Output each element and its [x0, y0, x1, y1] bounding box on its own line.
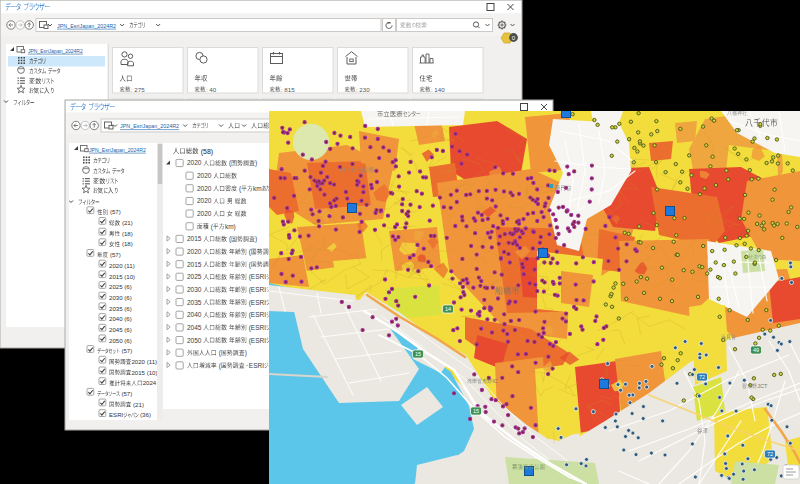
svg-text:(6): (6) [123, 305, 132, 312]
svg-text:): ) [255, 159, 257, 167]
svg-text:(ESRI: (ESRI [247, 324, 266, 332]
svg-text:): ) [255, 235, 257, 243]
svg-text:): ) [245, 349, 247, 357]
svg-text:(ESRI: (ESRI [247, 337, 266, 345]
svg-text:(21): (21) [120, 219, 133, 226]
svg-text:(6): (6) [123, 294, 132, 301]
svg-text:(ESRI: (ESRI [247, 299, 266, 307]
svg-text:(36): (36) [138, 411, 151, 418]
svg-text:: 40: : 40 [206, 86, 217, 93]
svg-text:2050: 2050 [187, 337, 203, 344]
svg-text:2045: 2045 [109, 326, 123, 333]
svg-text:2030: 2030 [109, 294, 123, 301]
svg-text:(18): (18) [120, 230, 133, 237]
svg-text:2020: 2020 [187, 248, 203, 255]
svg-text:(57): (57) [108, 251, 121, 258]
svg-text:(ESRI: (ESRI [247, 311, 266, 319]
svg-text:49: 49 [753, 347, 759, 353]
svg-text:(11): (11) [123, 262, 135, 269]
svg-text:: 815: : 815 [281, 86, 295, 93]
svg-text:(ESRI: (ESRI [247, 286, 266, 294]
svg-text:2025: 2025 [109, 283, 123, 290]
svg-text:72: 72 [699, 374, 705, 380]
svg-text:2020: 2020 [197, 185, 213, 192]
svg-text:2024: 2024 [143, 379, 157, 386]
svg-text:2020: 2020 [187, 159, 203, 166]
svg-text:(6): (6) [123, 326, 132, 333]
svg-text:2020: 2020 [109, 262, 123, 269]
svg-text:(21): (21) [131, 401, 144, 408]
svg-text:2015: 2015 [109, 273, 123, 280]
svg-text:(ESRI: (ESRI [247, 273, 266, 281]
svg-text:(6): (6) [123, 283, 132, 290]
svg-text:2020: 2020 [131, 358, 145, 365]
svg-text:2015: 2015 [131, 369, 145, 376]
svg-text:2020: 2020 [197, 197, 213, 204]
svg-text:2020: 2020 [197, 172, 213, 179]
svg-text:72: 72 [767, 451, 773, 457]
svg-text:2035: 2035 [109, 305, 123, 312]
svg-text:km): km) [225, 223, 236, 231]
svg-text:2025: 2025 [187, 273, 203, 280]
svg-text:(18): (18) [120, 240, 133, 247]
svg-text:(6): (6) [123, 337, 132, 344]
svg-text:(58): (58) [199, 148, 213, 156]
svg-text:2040: 2040 [187, 311, 203, 318]
svg-text:15: 15 [473, 408, 479, 414]
svg-text:JCT: JCT [757, 383, 768, 389]
svg-text:JPN_EsriJapan_2024R2: JPN_EsriJapan_2024R2 [57, 23, 116, 29]
svg-text:2040: 2040 [109, 315, 123, 322]
svg-text:IC: IC [492, 378, 498, 384]
svg-text:ESRI: ESRI [249, 362, 264, 369]
svg-text:km: km [253, 185, 262, 192]
svg-text:15: 15 [415, 351, 421, 357]
svg-text:: 275: : 275 [131, 86, 145, 93]
svg-text:JPN_EsriJapan_2024R2: JPN_EsriJapan_2024R2 [28, 48, 83, 54]
svg-text:(10): (10) [145, 369, 158, 376]
svg-text:2030: 2030 [187, 286, 203, 293]
svg-text:(57): (57) [120, 347, 133, 354]
svg-text:(11): (11) [145, 358, 157, 365]
svg-text:(6): (6) [123, 315, 132, 322]
svg-text:2035: 2035 [187, 299, 203, 306]
svg-text:JPN_EsriJapan_2024R2: JPN_EsriJapan_2024R2 [89, 147, 146, 153]
svg-text:: 230: : 230 [356, 86, 370, 93]
svg-text:(10): (10) [123, 273, 136, 280]
svg-text:JPN_EsriJapan_2024R2: JPN_EsriJapan_2024R2 [120, 123, 179, 129]
svg-text:: 140: : 140 [431, 86, 445, 93]
svg-text:2045: 2045 [187, 324, 203, 331]
svg-text:(57): (57) [108, 208, 121, 215]
svg-text:2050: 2050 [109, 337, 123, 344]
svg-text:2015: 2015 [187, 261, 203, 268]
svg-text:14: 14 [445, 306, 451, 312]
svg-text:(57): (57) [120, 390, 133, 397]
svg-text:2015: 2015 [187, 235, 203, 242]
svg-text:ESRI: ESRI [109, 411, 124, 418]
svg-text:2020: 2020 [197, 210, 213, 217]
